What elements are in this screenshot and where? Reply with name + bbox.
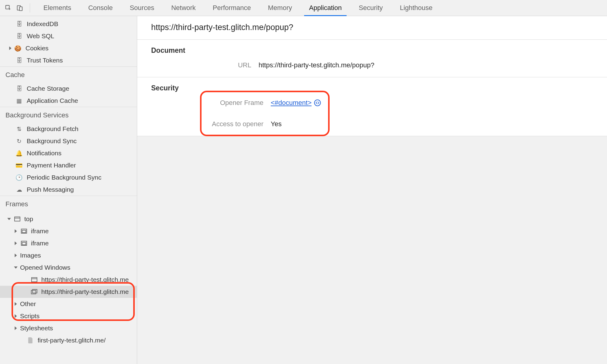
tree-label: https://third-party-test.glitch.me [41,288,129,295]
chevron-right-icon [13,253,18,258]
tree-label: top [24,215,33,223]
security-section: Security Opener Frame <#document> Access… [137,77,607,136]
sidebar-item-bg-sync[interactable]: ↻ Background Sync [0,135,137,147]
iframe-icon [20,229,28,234]
frame-node-images[interactable]: Images [0,249,137,261]
sidebar-item-bg-fetch[interactable]: ⇅ Background Fetch [0,123,137,135]
sidebar-item-periodic-sync[interactable]: 🕑 Periodic Background Sync [0,171,137,184]
tree-label: Scripts [20,312,39,320]
chevron-right-icon [13,302,18,306]
svg-rect-12 [32,289,37,293]
sidebar-item-indexeddb[interactable]: 🗄 IndexedDB [0,18,137,30]
frame-node-top[interactable]: top [0,213,137,225]
sync-icon: ↻ [15,138,23,144]
frame-node-iframe[interactable]: iframe [0,225,137,237]
cloud-icon: ☁ [15,187,23,193]
sidebar-item-label: Trust Tokens [27,57,63,64]
tab-application[interactable]: Application [300,0,350,16]
sidebar-item-label: Application Cache [27,97,78,104]
reveal-in-elements-icon[interactable] [314,99,321,106]
tab-console[interactable]: Console [80,0,121,16]
sidebar-item-push-messaging[interactable]: ☁ Push Messaging [0,184,137,196]
chevron-right-icon [13,314,18,318]
chevron-right-icon [13,326,18,331]
frame-node-scripts[interactable]: Scripts [0,310,137,322]
inspect-element-icon[interactable] [3,3,13,13]
frame-node-iframe[interactable]: iframe [0,237,137,249]
svg-rect-0 [6,5,9,9]
sidebar-item-websql[interactable]: 🗄 Web SQL [0,30,137,42]
tab-memory[interactable]: Memory [259,0,300,16]
sidebar-item-label: IndexedDB [27,20,58,28]
opened-window-item[interactable]: https://third-party-test.glitch.me [0,274,137,286]
tab-security[interactable]: Security [350,0,391,16]
cookie-icon: 🍪 [14,46,22,51]
sidebar-item-label: Payment Handler [27,162,76,169]
chevron-down-icon [7,217,12,221]
device-toolbar-icon[interactable] [15,3,25,13]
frames-tree: top iframe iframe Images [0,212,137,352]
frame-leaf-stylesheet[interactable]: first-party-test.glitch.me/ [0,334,137,346]
sidebar-item-cache-storage[interactable]: 🗄 Cache Storage [0,83,137,95]
svg-rect-8 [22,242,26,245]
svg-rect-2 [19,7,22,11]
sidebar-item-notifications[interactable]: 🔔 Notifications [0,147,137,159]
chevron-right-icon [13,241,18,246]
tab-elements[interactable]: Elements [35,0,80,16]
tree-label: https://third-party-test.glitch.me [41,276,129,283]
section-heading: Document [151,46,607,55]
sidebar-item-label: Periodic Background Sync [27,174,101,181]
sidebar-section-background: Background Services [0,107,137,123]
database-icon: 🗄 [15,33,23,39]
opened-window-item[interactable]: https://third-party-test.glitch.me [0,286,137,298]
sidebar-item-trust-tokens[interactable]: 🗄 Trust Tokens [0,54,137,66]
devtools-tabstrip: Elements Console Sources Network Perform… [0,0,607,16]
tab-sources[interactable]: Sources [121,0,163,16]
sidebar-item-label: Notifications [27,150,61,157]
database-icon: 🗄 [15,21,23,27]
frame-node-stylesheets[interactable]: Stylesheets [0,322,137,334]
document-section: Document URL https://third-party-test.gl… [137,40,607,77]
svg-rect-9 [32,278,37,282]
chevron-right-icon [8,46,13,51]
workspace: 🗄 IndexedDB 🗄 Web SQL 🍪 Cookies 🗄 Trust … [0,16,607,364]
section-heading: Security [151,84,607,92]
application-sidebar: 🗄 IndexedDB 🗄 Web SQL 🍪 Cookies 🗄 Trust … [0,16,137,364]
field-value-url: https://third-party-test.glitch.me/popup… [259,61,607,69]
grid-icon: ▦ [15,98,23,104]
frame-node-other[interactable]: Other [0,298,137,310]
tab-network[interactable]: Network [163,0,204,16]
sidebar-item-app-cache[interactable]: ▦ Application Cache [0,95,137,107]
opener-frame-link[interactable]: <#document> [271,99,312,107]
windows-stack-icon [30,289,38,295]
sidebar-item-cookies[interactable]: 🍪 Cookies [0,42,137,54]
database-icon: 🗄 [15,58,23,63]
tab-performance[interactable]: Performance [204,0,259,16]
tree-label: Stylesheets [20,325,53,332]
sidebar-section-frames: Frames [0,196,137,212]
tree-label: iframe [31,228,49,235]
svg-rect-11 [31,290,36,294]
tree-label: Opened Windows [20,264,70,271]
field-label-access: Access to opener [151,120,263,128]
database-icon: 🗄 [15,86,23,92]
sidebar-item-label: Push Messaging [27,186,74,193]
field-label-url: URL [151,61,251,69]
sidebar-item-label: Web SQL [27,32,54,40]
file-icon [27,337,35,343]
sidebar-item-payment-handler[interactable]: 💳 Payment Handler [0,159,137,171]
tree-label: Images [20,252,41,259]
toolbar-divider [30,3,30,12]
tab-lighthouse[interactable]: Lighthouse [391,0,441,16]
sidebar-item-label: Cache Storage [27,85,69,92]
page-title: https://third-party-test.glitch.me/popup… [137,16,607,40]
frame-node-opened-windows[interactable]: Opened Windows [0,261,137,274]
field-label-opener: Opener Frame [151,99,263,107]
transfer-icon: ⇅ [15,126,23,132]
sidebar-item-label: Cookies [25,45,49,52]
bell-icon: 🔔 [15,150,23,156]
field-value-access: Yes [271,120,607,128]
sidebar-section-cache: Cache [0,66,137,83]
chevron-down-icon [13,265,18,270]
chevron-right-icon [13,229,18,234]
